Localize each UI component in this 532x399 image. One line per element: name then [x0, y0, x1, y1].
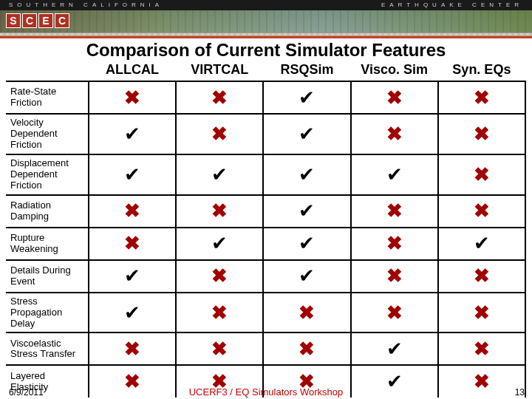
footer-page: 13 — [515, 387, 525, 398]
cross-icon: ✖ — [351, 293, 438, 333]
cross-icon: ✖ — [176, 195, 263, 228]
check-icon: ✔ — [263, 195, 350, 228]
comparison-table-wrap: ALLCAL VIRTCAL RSQSim Visco. Sim Syn. EQ… — [0, 61, 532, 398]
header-blank — [6, 61, 89, 81]
cross-icon: ✖ — [176, 81, 263, 114]
scec-logo: S C E C — [6, 13, 69, 28]
table-row: Displacement Dependent Friction✔✔✔✔✖ — [6, 154, 525, 195]
check-icon: ✔ — [438, 228, 525, 260]
table-row: Rate-State Friction✖✖✔✖✖ — [6, 81, 525, 114]
table-header-row: ALLCAL VIRTCAL RSQSim Visco. Sim Syn. EQ… — [6, 61, 525, 81]
cross-icon: ✖ — [176, 293, 263, 333]
table-row: Details During Event✔✖✔✖✖ — [6, 260, 525, 293]
feature-label: Details During Event — [6, 260, 89, 293]
check-icon: ✔ — [351, 332, 438, 365]
logo-letter: C — [55, 13, 69, 28]
check-icon: ✔ — [176, 154, 263, 195]
banner-divider-bar — [0, 33, 532, 36]
logo-letter: E — [38, 13, 53, 28]
cross-icon: ✖ — [351, 81, 438, 114]
cross-icon: ✖ — [438, 114, 525, 154]
check-icon: ✔ — [89, 260, 176, 293]
footer-center: UCERF3 / EQ Simulators Workshop — [0, 386, 532, 398]
slide-title: Comparison of Current Simulator Features — [0, 40, 532, 61]
col-header: RSQSim — [263, 61, 350, 81]
table-body: Rate-State Friction✖✖✔✖✖Velocity Depende… — [6, 81, 525, 398]
check-icon: ✔ — [351, 154, 438, 195]
cross-icon: ✖ — [438, 81, 525, 114]
cross-icon: ✖ — [351, 228, 438, 260]
banner-top-strip: SOUTHERN CALIFORNIA EARTHQUAKE CENTER — [0, 0, 532, 10]
cross-icon: ✖ — [438, 332, 525, 365]
cross-icon: ✖ — [438, 195, 525, 228]
cross-icon: ✖ — [176, 114, 263, 154]
feature-label: Velocity Dependent Friction — [6, 114, 89, 154]
check-icon: ✔ — [89, 114, 176, 154]
logo-letter: S — [6, 13, 21, 28]
cross-icon: ✖ — [438, 154, 525, 195]
check-icon: ✔ — [263, 114, 350, 154]
feature-label: Rupture Weakening — [6, 228, 89, 260]
cross-icon: ✖ — [89, 228, 176, 260]
cross-icon: ✖ — [176, 332, 263, 365]
table-row: Velocity Dependent Friction✔✖✔✖✖ — [6, 114, 525, 154]
cross-icon: ✖ — [176, 260, 263, 293]
table-row: Viscoelastic Stress Transfer✖✖✖✔✖ — [6, 332, 525, 365]
cross-icon: ✖ — [89, 195, 176, 228]
cross-icon: ✖ — [438, 260, 525, 293]
check-icon: ✔ — [263, 154, 350, 195]
table-row: Rupture Weakening✖✔✔✖✔ — [6, 228, 525, 260]
col-header: VIRTCAL — [176, 61, 263, 81]
banner-text-right: EARTHQUAKE CENTER — [381, 1, 523, 9]
col-header: Syn. EQs — [438, 61, 525, 81]
check-icon: ✔ — [263, 81, 350, 114]
check-icon: ✔ — [89, 293, 176, 333]
check-icon: ✔ — [263, 260, 350, 293]
feature-label: Rate-State Friction — [6, 81, 89, 114]
table-row: Radiation Damping✖✖✔✖✖ — [6, 195, 525, 228]
cross-icon: ✖ — [351, 114, 438, 154]
col-header: Visco. Sim — [351, 61, 438, 81]
logo-letter: C — [22, 13, 37, 28]
cross-icon: ✖ — [263, 332, 350, 365]
cross-icon: ✖ — [89, 332, 176, 365]
feature-label: Stress Propagation Delay — [6, 293, 89, 333]
check-icon: ✔ — [263, 228, 350, 260]
feature-label: Displacement Dependent Friction — [6, 154, 89, 195]
col-header: ALLCAL — [89, 61, 176, 81]
comparison-table: ALLCAL VIRTCAL RSQSim Visco. Sim Syn. EQ… — [6, 61, 526, 398]
check-icon: ✔ — [176, 228, 263, 260]
banner-photo-strip — [0, 10, 532, 34]
cross-icon: ✖ — [89, 81, 176, 114]
feature-label: Radiation Damping — [6, 195, 89, 228]
cross-icon: ✖ — [351, 260, 438, 293]
cross-icon: ✖ — [263, 293, 350, 333]
cross-icon: ✖ — [438, 293, 525, 333]
feature-label: Viscoelastic Stress Transfer — [6, 332, 89, 365]
table-row: Stress Propagation Delay✔✖✖✖✖ — [6, 293, 525, 333]
check-icon: ✔ — [89, 154, 176, 195]
header-banner: SOUTHERN CALIFORNIA EARTHQUAKE CENTER S … — [0, 0, 532, 38]
banner-text-left: SOUTHERN CALIFORNIA — [9, 1, 163, 9]
cross-icon: ✖ — [351, 195, 438, 228]
